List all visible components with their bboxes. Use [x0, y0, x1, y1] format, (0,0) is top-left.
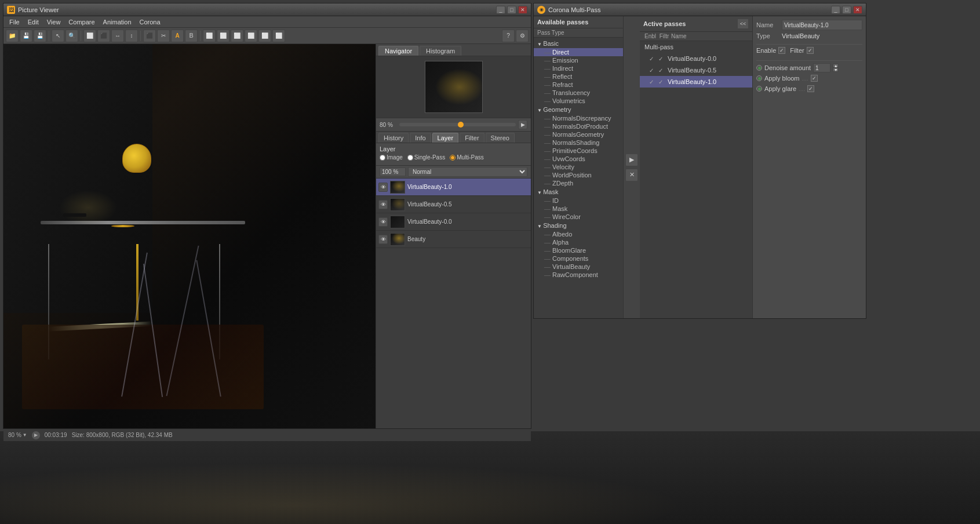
layer-eye-2[interactable]: 👁	[378, 217, 388, 227]
tree-item-bloomglare[interactable]: BloomGlare	[534, 246, 623, 254]
tb-settings[interactable]: ⚙	[516, 30, 529, 42]
tb-help[interactable]: ?	[502, 30, 515, 42]
prop-glare-checkbox[interactable]	[807, 85, 814, 92]
tree-item-normalsdiscrepancy[interactable]: NormalsDiscrepancy	[534, 114, 623, 122]
tree-item-virtualbeauty[interactable]: VirtualBeauty	[534, 263, 623, 271]
denoise-up[interactable]: ▲	[833, 64, 839, 68]
layer-eye-1[interactable]: 👁	[378, 200, 388, 209]
tab-navigator[interactable]: Navigator	[378, 46, 418, 56]
tree-item-refract[interactable]: Refract	[534, 81, 623, 89]
tb-paste[interactable]: ⬛	[97, 30, 110, 42]
tb-tool2[interactable]: ⬜	[217, 30, 229, 42]
ap-check-enbl-0[interactable]	[647, 54, 656, 63]
tree-item-wirecolor[interactable]: WireColor	[534, 213, 623, 221]
tree-category-shading[interactable]: Shading	[534, 221, 623, 230]
layer-row-0[interactable]: 👁 VirtualBeauty-1.0	[376, 179, 531, 196]
tree-item-volumetrics[interactable]: Volumetrics	[534, 97, 623, 105]
ap-check-enbl-2[interactable]	[647, 77, 656, 86]
tree-item-primitivecoords[interactable]: PrimitiveCoords	[534, 147, 623, 155]
tree-item-components[interactable]: Components	[534, 254, 623, 263]
glare-radio[interactable]	[756, 86, 762, 92]
ap-ctrl-left[interactable]: <<	[737, 19, 749, 29]
tb-tool4[interactable]: ⬜	[245, 30, 257, 42]
tree-item-mask[interactable]: Mask	[534, 205, 623, 213]
tb-cursor[interactable]: ↖	[52, 30, 64, 42]
tb-save[interactable]: 💾	[20, 30, 32, 42]
tb-tool6[interactable]: ⬜	[272, 30, 285, 42]
tb-zoom[interactable]: 🔍	[65, 30, 78, 42]
tree-item-uvwcoords[interactable]: UvwCoords	[534, 155, 623, 163]
ap-item-1[interactable]: VirtualBeauty-0.5	[640, 64, 752, 76]
tab-histogram[interactable]: Histogram	[420, 46, 461, 56]
tb-tool5[interactable]: ⬜	[258, 30, 271, 42]
layer-eye-3[interactable]: 👁	[378, 235, 388, 244]
menu-animation[interactable]: Animation	[100, 18, 135, 26]
menu-file[interactable]: File	[6, 18, 23, 26]
menu-view[interactable]: View	[43, 18, 64, 26]
tb-size[interactable]: ⬛	[143, 30, 156, 42]
ap-check-filtr-2[interactable]	[656, 77, 665, 86]
tree-item-indirect[interactable]: Indirect	[534, 64, 623, 72]
menu-corona[interactable]: Corona	[136, 18, 164, 26]
tree-category-basic[interactable]: Basic	[534, 39, 623, 48]
ap-check-enbl-1[interactable]	[647, 66, 656, 75]
tree-item-albedo[interactable]: Albedo	[534, 230, 623, 238]
tab-layer[interactable]: Layer	[432, 133, 459, 143]
tb-flip-h[interactable]: ↔	[111, 30, 124, 42]
tb-open[interactable]: 📁	[6, 30, 19, 42]
prop-bloom-checkbox[interactable]	[811, 75, 818, 82]
menu-compare[interactable]: Compare	[65, 18, 98, 26]
tb-crop[interactable]: ✂	[157, 30, 170, 42]
tree-category-geometry[interactable]: Geometry	[534, 105, 623, 114]
prop-name-input[interactable]	[782, 20, 862, 30]
tab-info[interactable]: Info	[410, 133, 431, 143]
prop-filter-checkbox[interactable]	[807, 47, 814, 54]
tree-item-translucency[interactable]: Translucency	[534, 89, 623, 97]
tree-item-velocity[interactable]: Velocity	[534, 163, 623, 171]
corona-minimize-btn[interactable]: _	[831, 6, 840, 14]
add-pass-btn[interactable]: ▶	[625, 154, 638, 166]
layer-row-1[interactable]: 👁 VirtualBeauty-0.5	[376, 196, 531, 213]
tree-item-normalsshading[interactable]: NormalsShading	[534, 139, 623, 147]
layer-mode-select[interactable]: Normal	[408, 167, 527, 177]
denoise-radio[interactable]	[756, 65, 762, 71]
tb-flip-v[interactable]: ↕	[125, 30, 138, 42]
tree-item-alpha[interactable]: Alpha	[534, 238, 623, 246]
tab-history[interactable]: History	[378, 133, 409, 143]
image-area[interactable]	[3, 44, 376, 428]
tree-item-reflect[interactable]: Reflect	[534, 72, 623, 81]
denoise-value[interactable]	[813, 63, 830, 72]
tree-category-mask[interactable]: Mask	[534, 187, 623, 196]
layer-row-2[interactable]: 👁 VirtualBeauty-0.0	[376, 213, 531, 231]
tb-text-b[interactable]: B	[185, 30, 198, 42]
tree-item-rawcomponent[interactable]: RawComponent	[534, 271, 623, 279]
prop-enable-checkbox[interactable]	[778, 47, 785, 54]
radio-image[interactable]: Image	[380, 154, 403, 161]
tb-text-a[interactable]: A	[171, 30, 184, 42]
layer-opacity-input[interactable]	[380, 168, 406, 176]
tb-tool3[interactable]: ⬜	[231, 30, 243, 42]
bloom-radio[interactable]	[756, 75, 762, 81]
layer-eye-0[interactable]: 👁	[378, 183, 388, 192]
zoom-slider[interactable]	[399, 123, 516, 126]
radio-single-pass[interactable]: Single-Pass	[407, 154, 445, 161]
tree-item-id[interactable]: ID	[534, 196, 623, 205]
tb-save-as[interactable]: 💾	[34, 30, 46, 42]
maximize-button[interactable]: □	[507, 6, 516, 14]
tree-item-direct[interactable]: Direct	[534, 48, 623, 56]
layer-row-3[interactable]: 👁 Beauty	[376, 231, 531, 248]
tb-tool1[interactable]: ⬜	[203, 30, 216, 42]
close-button[interactable]: ✕	[518, 6, 527, 14]
tree-item-worldposition[interactable]: WorldPosition	[534, 171, 623, 179]
menu-edit[interactable]: Edit	[24, 18, 42, 26]
corona-maximize-btn[interactable]: □	[842, 6, 851, 14]
tree-item-emission[interactable]: Emission	[534, 56, 623, 64]
tab-stereo[interactable]: Stereo	[486, 133, 515, 143]
ap-check-filtr-0[interactable]	[656, 54, 665, 63]
remove-pass-btn[interactable]: ✕	[625, 169, 638, 181]
corona-close-btn[interactable]: ✕	[853, 6, 862, 14]
ap-item-0[interactable]: VirtualBeauty-0.0	[640, 53, 752, 64]
status-play-btn[interactable]: ▶	[32, 431, 40, 439]
minimize-button[interactable]: _	[496, 6, 505, 14]
denoise-down[interactable]: ▼	[833, 68, 839, 72]
